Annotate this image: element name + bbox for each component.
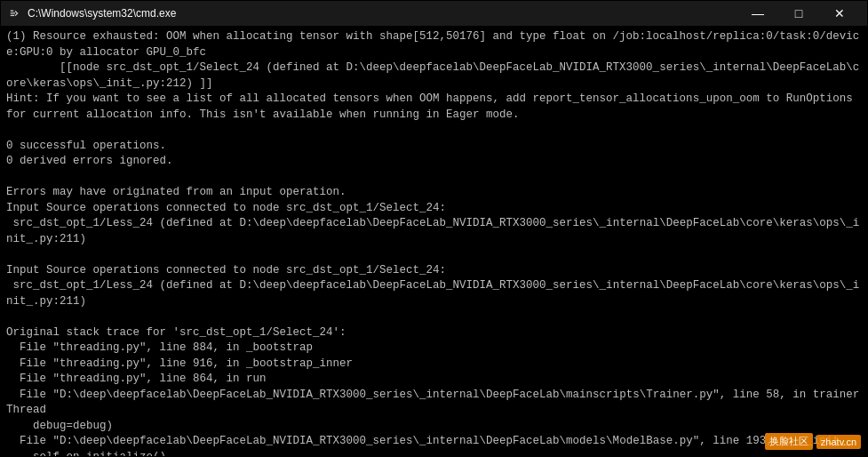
close-button[interactable]: ✕ [819,1,860,26]
cmd-window: C:\Windows\system32\cmd.exe — □ ✕ (1) Re… [0,0,868,457]
maximize-button[interactable]: □ [778,1,819,26]
watermark-site1: 换脸社区 [765,433,813,450]
svg-rect-3 [11,15,14,16]
svg-rect-2 [11,12,15,13]
title-bar: C:\Windows\system32\cmd.exe — □ ✕ [1,1,867,26]
watermark: 换脸社区 zhatv.cn [765,433,861,450]
title-bar-controls: — □ ✕ [737,1,860,26]
title-bar-title: C:\Windows\system32\cmd.exe [28,7,176,20]
minimize-button[interactable]: — [737,1,778,26]
watermark-site2: zhatv.cn [816,435,861,449]
cmd-icon [8,6,22,20]
title-bar-left: C:\Windows\system32\cmd.exe [8,6,176,20]
svg-rect-1 [11,11,14,12]
console-output: (1) Resource exhausted: OOM when allocat… [1,26,867,456]
